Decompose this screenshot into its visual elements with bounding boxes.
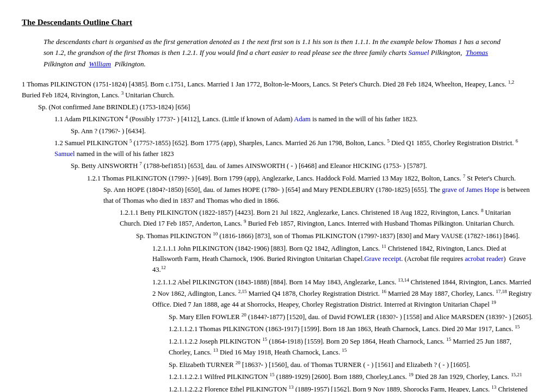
entry-1-2: 1.2 Samuel PILKINGTON 5 (1775?-1855) [65… bbox=[54, 138, 533, 159]
entry-sp-elizabeth-turner: Sp. Elizabeth TURNER 20 [1863?- ) [1560]… bbox=[169, 359, 533, 371]
entry-1-2-1-1: 1.2.1.1 Betty PILKINGTON (1822-1857) [44… bbox=[120, 207, 533, 229]
entry-1-2-1-1-2-2-2: 1.2.1.1.2.2.2 Florence Ethel PILKINGTON … bbox=[169, 384, 533, 392]
link-adam[interactable]: Adam bbox=[294, 115, 311, 123]
entry-sp-thomas-p10: Sp. Thomas PILKINGTON 10 (1816-1866) [87… bbox=[136, 231, 533, 242]
link-acrobat-reader[interactable]: acrobat reader bbox=[465, 255, 503, 263]
entry-sp-mary-ellen: Sp. Mary Ellen FOWLER 20 (1844?-1877) [1… bbox=[169, 312, 533, 323]
entry-1-2-1-1-2-2: 1.2.1.1.2.2 Joseph PILKINGTON 15 (1864-1… bbox=[169, 336, 533, 358]
link-thomas[interactable]: Thomas bbox=[466, 48, 488, 57]
link-samuel[interactable]: Samuel bbox=[408, 48, 429, 57]
intro-paragraph: The descendants chart is organised as th… bbox=[44, 36, 511, 70]
entry-1: 1 Thomas PILKINGTON (1751-1824) [4385]. … bbox=[22, 79, 533, 101]
entry-1-2-1-1-2-2-1: 1.2.1.1.2.2.1 Wilfred PILKINGTON 15 (188… bbox=[169, 371, 533, 383]
entry-sp-ann-hope: Sp. Ann HOPE (1804?-1850) [650], dau. of… bbox=[103, 185, 533, 206]
entry-1-2-1-1-2: 1.2.1.1.2 Abel PILKINGTON (1843-1888) [8… bbox=[152, 277, 533, 310]
entry-1-2-1-1-1: 1.2.1.1.1 John PILKINGTON (1842-1906) [8… bbox=[152, 243, 533, 276]
entry-sp-ann: Sp. Ann ? (1796?- ) [6434]. bbox=[71, 126, 533, 136]
descendants-content: 1 Thomas PILKINGTON (1751-1824) [4385]. … bbox=[22, 79, 533, 392]
link-william[interactable]: William bbox=[89, 60, 110, 68]
page-title: The Descendants Outline Chart bbox=[22, 16, 533, 29]
entry-sp-betty: Sp. Betty AINSWORTH 7 (1788-bef1851) [65… bbox=[71, 160, 533, 172]
link-grave-receipt[interactable]: Grave receipt bbox=[365, 255, 402, 263]
entry-sp-jane: Sp. (Not confirmed Jane BRINDLE) (1753-1… bbox=[38, 102, 533, 113]
link-grave-james-hope[interactable]: grave of James Hope bbox=[442, 186, 499, 194]
link-samuel2[interactable]: Samuel bbox=[54, 150, 75, 158]
entry-1-2-1: 1.2.1 Thomas PILKINGTON (1799?- ) [649].… bbox=[87, 173, 533, 184]
entry-1-1: 1.1 Adam PILKINGTON 4 (Possibly 1773?- )… bbox=[54, 114, 533, 125]
entry-1-2-1-1-2-1: 1.2.1.1.2.1 Thomas PILKINGTON (1863-1917… bbox=[169, 323, 533, 335]
